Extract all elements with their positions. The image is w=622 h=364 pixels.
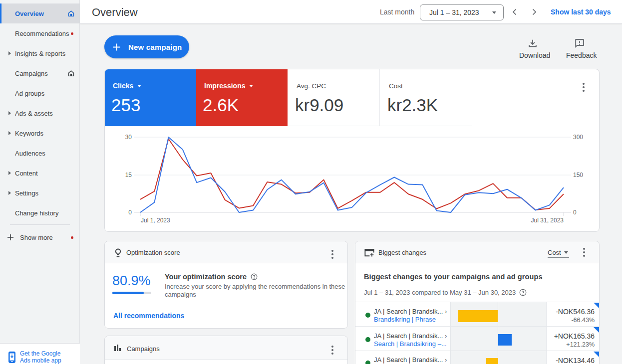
svg-text:150: 150 bbox=[573, 172, 583, 179]
svg-text:Jul 31, 2023: Jul 31, 2023 bbox=[531, 217, 564, 224]
svg-text:0: 0 bbox=[128, 209, 132, 216]
svg-text:30: 30 bbox=[125, 134, 132, 141]
svg-text:0: 0 bbox=[573, 209, 577, 216]
svg-text:300: 300 bbox=[573, 134, 583, 141]
svg-text:15: 15 bbox=[125, 172, 132, 179]
svg-text:Jul 1, 2023: Jul 1, 2023 bbox=[141, 217, 170, 224]
